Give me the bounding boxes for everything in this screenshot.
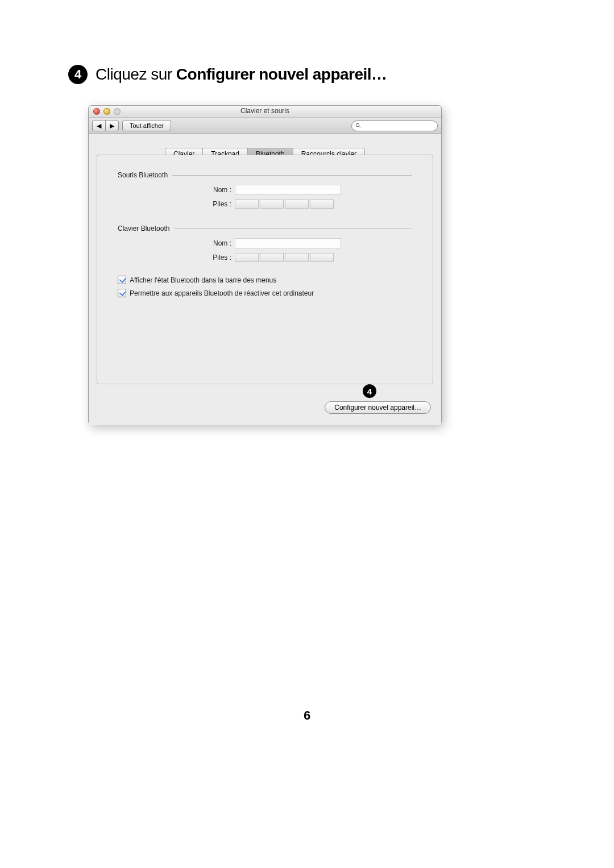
mouse-battery-label: Piles :: [118, 200, 235, 208]
forward-button[interactable]: ▶: [105, 120, 119, 131]
titlebar: Clavier et souris: [89, 106, 441, 118]
checkbox-allow-wake[interactable]: Permettre aux appareils Bluetooth de réa…: [118, 289, 412, 297]
keyboard-battery-label: Piles :: [118, 254, 235, 261]
keyboard-name-value: [235, 238, 341, 248]
mouse-name-label: Nom :: [118, 186, 235, 194]
keyboard-battery-row: Piles :: [118, 253, 412, 262]
instruction-bold: Configurer nouvel appareil…: [176, 65, 387, 83]
prefs-window: Clavier et souris ◀ ▶ Tout afficher Clav…: [88, 105, 442, 425]
keyboard-section-label: Clavier Bluetooth: [118, 225, 169, 232]
bluetooth-panel: Souris Bluetooth Nom : Piles : Clavier B…: [97, 155, 433, 384]
configure-new-device-button[interactable]: Configurer nouvel appareil…: [325, 401, 431, 414]
mouse-battery-row: Piles :: [118, 200, 412, 209]
instruction-row: 4 Cliquez sur Configurer nouvel appareil…: [68, 65, 387, 84]
checkbox-icon: [118, 289, 126, 297]
mouse-section-header: Souris Bluetooth: [118, 171, 412, 179]
svg-line-1: [359, 126, 360, 128]
page-number: 6: [0, 708, 614, 723]
search-icon: [355, 121, 361, 131]
checkbox-icon: [118, 276, 126, 284]
instruction-prefix: Cliquez sur: [96, 65, 176, 83]
back-button[interactable]: ◀: [92, 120, 105, 131]
nav-segment: ◀ ▶: [92, 120, 119, 131]
show-all-button[interactable]: Tout afficher: [122, 120, 171, 131]
mouse-battery-indicator: [235, 200, 334, 209]
toolbar: ◀ ▶ Tout afficher: [89, 118, 441, 134]
keyboard-name-label: Nom :: [118, 239, 235, 247]
callout-badge: 4: [363, 384, 376, 398]
content-area: Clavier Trackpad Bluetooth Raccourcis cl…: [89, 134, 441, 425]
checkbox-show-status[interactable]: Afficher l'état Bluetooth dans la barre …: [118, 276, 412, 284]
mouse-name-value: [235, 185, 341, 195]
search-input[interactable]: [351, 121, 438, 131]
checkbox-allow-wake-label: Permettre aux appareils Bluetooth de réa…: [130, 289, 314, 297]
checkbox-show-status-label: Afficher l'état Bluetooth dans la barre …: [130, 276, 276, 284]
keyboard-name-row: Nom :: [118, 238, 412, 248]
instruction-text: Cliquez sur Configurer nouvel appareil…: [96, 65, 387, 84]
step-number-badge: 4: [68, 65, 88, 84]
keyboard-section-header: Clavier Bluetooth: [118, 225, 412, 232]
mouse-section-label: Souris Bluetooth: [118, 171, 168, 179]
svg-point-0: [356, 123, 359, 127]
mouse-name-row: Nom :: [118, 185, 412, 195]
divider: [174, 229, 412, 229]
window-title: Clavier et souris: [89, 107, 441, 115]
keyboard-battery-indicator: [235, 253, 334, 262]
divider: [172, 175, 412, 176]
